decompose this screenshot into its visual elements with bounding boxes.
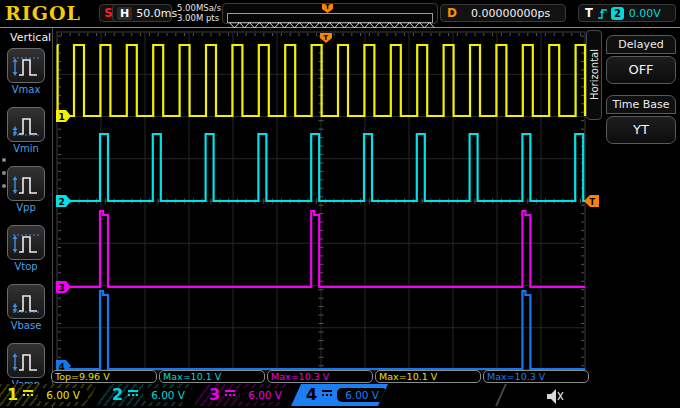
- vamp-button[interactable]: [7, 343, 45, 378]
- waveform-trace-ch4: [57, 291, 585, 369]
- dc-coupling-icon: [128, 390, 138, 396]
- measurement-results-row: Top=9.96 VMax=10.1 VMax=10.3 VMax=10.1 V…: [51, 370, 589, 383]
- vmax-icon: [10, 52, 42, 80]
- channel-ground-marker-2: [56, 195, 71, 207]
- oscilloscope-screen: 1234TT RIGOL STOP H 50.0ms 5.00MSa/s 3.0…: [0, 0, 680, 408]
- svg-text:1: 1: [59, 112, 65, 122]
- channel-number: 1: [7, 385, 18, 405]
- left-menu-title: Vertical: [0, 28, 52, 46]
- dc-coupling-icon: [23, 390, 33, 396]
- measurement-chip: Max=10.1 V: [375, 370, 481, 383]
- h-label: H: [117, 7, 132, 20]
- vmin-button[interactable]: [7, 107, 45, 142]
- rising-edge-icon: [597, 6, 608, 20]
- tab-horizontal: Horizontal: [586, 30, 602, 120]
- channel-ground-marker-1: [56, 110, 71, 122]
- graticule-and-waveforms: 1234TT: [0, 0, 680, 408]
- trigger-position-marker-icon: [320, 33, 332, 43]
- menu-item-time-base: Time Base YT: [606, 95, 676, 144]
- trigger-level-value: 0.00V: [629, 7, 661, 20]
- vbase-icon: [10, 288, 42, 316]
- vpp-icon: [10, 170, 42, 198]
- top-status-bar: RIGOL STOP H 50.0ms 5.00MSa/s 3.00M pts …: [0, 0, 680, 28]
- memory-depth: 3.00M pts: [177, 14, 221, 24]
- menu-item-delayed: Delayed OFF: [606, 35, 676, 84]
- horizontal-tab-label: Horizontal: [589, 49, 600, 100]
- menu-item-label: Delayed: [606, 35, 676, 54]
- trigger-position-marker-icon[interactable]: T: [322, 4, 333, 13]
- measurement-chip: Max=10.3 V: [483, 370, 589, 383]
- sidebar-item-vmax[interactable]: Vmax: [0, 48, 52, 105]
- channel-status-chip-2[interactable]: 2 6.00 V: [97, 384, 194, 406]
- waveform-trace-ch3: [57, 211, 585, 287]
- channel-scale-value: 6.00 V: [38, 388, 88, 402]
- channel-number: 2: [112, 385, 123, 405]
- memory-waveform-preview: T: [222, 3, 438, 24]
- svg-text:3: 3: [59, 283, 65, 293]
- sidebar-item-vbase[interactable]: Vbase: [0, 284, 52, 341]
- vmax-button[interactable]: [7, 48, 45, 83]
- waveform-trace-ch1: [57, 45, 585, 116]
- trigger-source-badge: 2: [611, 7, 624, 20]
- menu-item-label: Time Base: [606, 95, 676, 114]
- channel-scale-value: 6.00 V: [143, 388, 193, 402]
- sidebar-item-label: Vmax: [0, 84, 52, 95]
- svg-text:T: T: [323, 34, 328, 42]
- vbase-button[interactable]: [7, 284, 45, 319]
- measurement-chip: Top=9.96 V: [51, 370, 157, 383]
- vtop-button[interactable]: [7, 225, 45, 260]
- memory-window: [227, 13, 433, 23]
- trigger-level-marker-icon: [584, 195, 599, 207]
- sidebar-item-label: Vpp: [0, 202, 52, 213]
- channel-scale-value: 6.00 V: [240, 388, 290, 402]
- sidebar-item-label: Vbase: [0, 320, 52, 331]
- horizontal-menu-panel: Delayed OFF Time Base YT: [602, 28, 680, 408]
- channel-status-chip-1[interactable]: 1 6.00 V: [0, 384, 97, 406]
- trigger-info-chip: T 2 0.00V: [578, 4, 676, 22]
- channel-status-chip-3[interactable]: 3 6.00 V: [194, 384, 291, 406]
- measurement-chip: Max=10.1 V: [159, 370, 265, 383]
- channel-number: 4: [306, 385, 317, 405]
- sidebar-item-label: Vtop: [0, 261, 52, 272]
- horizontal-timebase-chip: H 50.0ms: [112, 4, 172, 22]
- menu-item-button[interactable]: YT: [606, 116, 676, 144]
- sidebar-item-label: Vmin: [0, 143, 52, 154]
- t-label: T: [585, 6, 593, 20]
- dc-coupling-icon: [322, 390, 332, 396]
- rigol-logo: RIGOL: [5, 2, 81, 24]
- delay-chip: D 0.00000000ps: [440, 4, 566, 22]
- acquisition-info: 5.00MSa/s 3.00M pts: [177, 4, 221, 23]
- d-label: D: [447, 6, 457, 20]
- vtop-icon: [10, 229, 42, 257]
- svg-text:2: 2: [59, 197, 65, 207]
- memory-zigzag-waveform: [228, 21, 434, 29]
- menu-item-button[interactable]: OFF: [606, 56, 676, 84]
- vmin-icon: [10, 111, 42, 139]
- menu-page-dots: [2, 158, 6, 197]
- delay-value: 0.00000000ps: [471, 7, 550, 20]
- channel-ground-marker-3: [56, 281, 71, 293]
- vamp-icon: [10, 347, 42, 375]
- vertical-measure-menu: Vertical Vmax Vmin Vpp Vtop Vbase Vamp: [0, 28, 53, 408]
- waveform-trace-ch2: [57, 134, 585, 201]
- measurement-chip: Max=10.3 V: [267, 370, 373, 383]
- channel-status-chip-4[interactable]: 4 6.00 V: [291, 384, 388, 406]
- sidebar-item-vtop[interactable]: Vtop: [0, 225, 52, 282]
- sidebar-item-vpp[interactable]: Vpp: [0, 166, 52, 223]
- channel-scale-value: 6.00 V: [337, 388, 387, 402]
- svg-text:T: T: [590, 198, 596, 207]
- channel-number: 3: [209, 385, 220, 405]
- timebase-value: 50.0ms: [136, 7, 177, 20]
- sidebar-item-vmin[interactable]: Vmin: [0, 107, 52, 164]
- sound-muted-icon: [545, 388, 567, 408]
- dc-coupling-icon: [225, 390, 235, 396]
- channel-status-bar: 1 6.00 V 2 6.00 V 3 6.00 V 4 6.00 V: [0, 384, 680, 406]
- vpp-button[interactable]: [7, 166, 45, 201]
